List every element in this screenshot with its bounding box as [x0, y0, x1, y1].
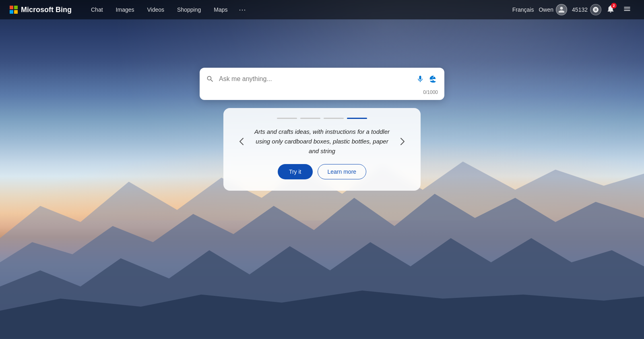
camera-button[interactable] [428, 74, 438, 84]
nav-links: Chat Images Videos Shopping Maps ··· [85, 4, 512, 16]
search-actions [415, 74, 438, 84]
dot-1[interactable] [277, 118, 297, 119]
suggestion-text: Arts and crafts ideas, with instructions… [252, 127, 392, 156]
dot-3[interactable] [324, 118, 344, 119]
camera-icon [429, 75, 437, 83]
microsoft-logo-icon [10, 6, 18, 14]
ms-logo-yellow [14, 10, 18, 14]
logo-text: Microsoft Bing [21, 6, 72, 14]
main-content: 0/1000 Arts and crafts ideas, with instr… [0, 19, 644, 191]
ms-logo-blue [10, 10, 13, 14]
nav-chat[interactable]: Chat [85, 5, 109, 15]
hamburger-menu[interactable] [620, 3, 634, 17]
language-selector[interactable]: Français [512, 6, 534, 13]
next-suggestion-button[interactable] [397, 135, 408, 148]
user-name: Owen [539, 6, 553, 13]
search-icon-wrap [206, 74, 214, 85]
nav-maps[interactable]: Maps [207, 5, 234, 15]
suggestion-buttons: Try it Learn more [236, 164, 408, 179]
nav-more-button[interactable]: ··· [234, 4, 251, 16]
search-input[interactable] [219, 74, 411, 84]
learn-more-button[interactable]: Learn more [318, 164, 367, 179]
search-footer: 0/1000 [200, 88, 444, 100]
nav-right: Français Owen 45132 2 [512, 3, 634, 17]
user-profile[interactable]: Owen [539, 4, 567, 15]
chevron-left-icon [239, 138, 244, 145]
ms-logo-red [10, 6, 13, 9]
suggestion-nav: Arts and crafts ideas, with instructions… [236, 127, 408, 156]
nav-videos[interactable]: Videos [141, 5, 171, 15]
ms-logo-green [14, 6, 18, 9]
chevron-right-icon [400, 138, 405, 145]
nav-images[interactable]: Images [109, 5, 141, 15]
navbar: Microsoft Bing Chat Images Videos Shoppi… [0, 0, 644, 19]
user-avatar [556, 4, 567, 15]
hamburger-icon [623, 5, 631, 13]
user-icon [558, 6, 565, 13]
suggestion-card: Arts and crafts ideas, with instructions… [223, 108, 421, 191]
search-box [200, 68, 444, 88]
try-it-button[interactable]: Try it [278, 164, 313, 179]
dots-indicator [236, 118, 408, 119]
points-value: 45132 [572, 6, 588, 13]
search-container: 0/1000 [200, 68, 444, 100]
notification-badge: 2 [611, 3, 617, 8]
search-icon [206, 75, 214, 83]
prev-suggestion-button[interactable] [236, 135, 247, 148]
nav-shopping[interactable]: Shopping [171, 5, 207, 15]
microphone-icon [416, 75, 424, 83]
dot-2[interactable] [300, 118, 320, 119]
notifications-button[interactable]: 2 [606, 4, 615, 15]
bing-logo[interactable]: Microsoft Bing [10, 6, 72, 14]
dot-4-active[interactable] [347, 118, 367, 119]
points-icon [590, 4, 601, 15]
char-count: 0/1000 [423, 89, 438, 95]
points-display[interactable]: 45132 [572, 4, 601, 15]
microphone-button[interactable] [415, 74, 425, 84]
